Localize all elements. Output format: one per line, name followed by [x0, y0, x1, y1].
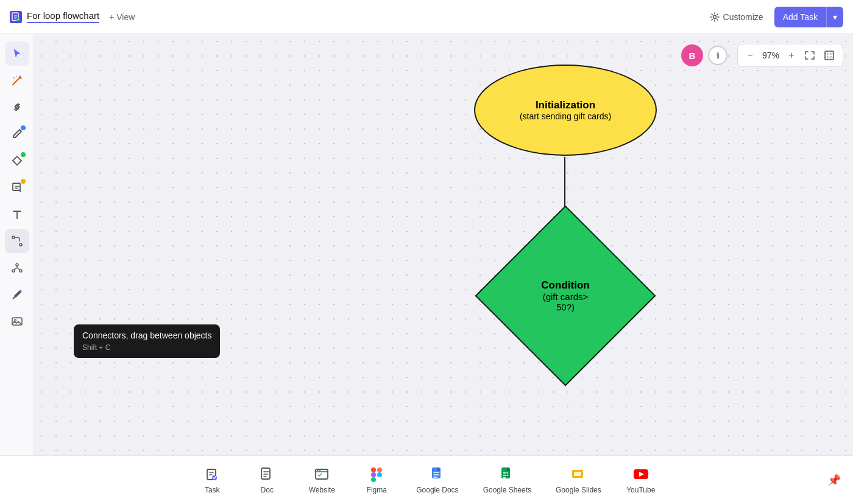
header-left: For loop flowchart + View [10, 10, 140, 24]
svg-point-9 [13, 77, 15, 79]
svg-point-14 [19, 243, 22, 246]
page-title: For loop flowchart [27, 10, 99, 23]
sidebar-item-cursor[interactable] [5, 41, 29, 66]
info-button[interactable]: ℹ [708, 46, 727, 65]
canvas-toolbar: B ℹ − 97% + [681, 44, 843, 67]
note-dot [21, 179, 26, 184]
pin-button[interactable]: 📌 [827, 474, 841, 487]
initialization-title: Initialization [536, 99, 595, 111]
network-icon [11, 262, 23, 274]
task-label: Task [205, 486, 220, 494]
bottom-bar: Task Doc Website [0, 455, 853, 504]
youtube-item[interactable]: YouTube [614, 461, 668, 499]
svg-point-16 [12, 270, 15, 272]
youtube-label: YouTube [626, 486, 655, 494]
sidebar-item-pen[interactable] [5, 122, 29, 146]
google-docs-label: Google Docs [416, 486, 458, 494]
image-icon [11, 315, 23, 327]
sidebar-item-text[interactable] [5, 202, 29, 226]
sidebar-item-network[interactable] [5, 256, 29, 280]
svg-rect-12 [13, 183, 20, 191]
zoom-in-button[interactable]: + [784, 48, 799, 63]
svg-rect-11 [12, 156, 21, 165]
svg-rect-36 [503, 472, 508, 474]
svg-rect-30 [377, 467, 382, 472]
connector-icon [11, 235, 23, 247]
svg-point-18 [19, 290, 21, 292]
fullscreen-button[interactable] [821, 47, 838, 64]
view-button[interactable]: + View [104, 10, 140, 24]
google-docs-icon [429, 466, 446, 483]
google-slides-label: Google Slides [556, 486, 601, 494]
task-icon [204, 466, 221, 483]
condition-shape-wrap[interactable]: Condition (gift cards> 50?) [492, 223, 639, 369]
website-label: Website [309, 486, 335, 494]
ai-icon [11, 289, 23, 301]
link-icon [11, 101, 23, 113]
sidebar-item-magic[interactable] [5, 68, 29, 93]
fit-button[interactable] [801, 47, 818, 64]
google-slides-icon [570, 466, 587, 483]
svg-rect-29 [371, 467, 376, 472]
figma-icon [368, 466, 385, 483]
zoom-controls: − 97% + [737, 44, 843, 67]
sidebar-item-image[interactable] [5, 309, 29, 334]
tooltip-shortcut: Shift + C [82, 342, 211, 353]
svg-rect-25 [261, 468, 270, 479]
sidebar-item-magic2[interactable] [5, 282, 29, 307]
svg-point-28 [319, 470, 320, 471]
connector-tooltip: Connectors, drag between objects Shift +… [74, 324, 220, 358]
figma-item[interactable]: Figma [349, 461, 404, 499]
fullscreen-icon [824, 50, 835, 61]
svg-point-10 [16, 75, 17, 77]
customize-button[interactable]: Customize [704, 9, 770, 26]
initialization-shape[interactable]: Initialization (start sending gift cards… [474, 65, 657, 156]
google-sheets-item[interactable]: Google Sheets [471, 461, 543, 499]
header-right: Customize Add Task ▾ [704, 7, 843, 27]
svg-rect-22 [825, 51, 834, 60]
sidebar [0, 34, 34, 455]
main-content: B ℹ − 97% + [0, 34, 853, 455]
sidebar-item-connector[interactable] [5, 229, 29, 253]
avatar: B [681, 44, 703, 66]
google-docs-item[interactable]: Google Docs [404, 461, 470, 499]
text-icon [11, 208, 23, 220]
google-slides-item[interactable]: Google Slides [543, 461, 614, 499]
sidebar-item-diamond[interactable] [5, 149, 29, 173]
svg-point-8 [19, 75, 21, 77]
sidebar-item-link[interactable] [5, 95, 29, 119]
doc-icon-bottom [258, 466, 275, 483]
svg-rect-41 [574, 472, 581, 476]
doc-item[interactable]: Doc [239, 461, 294, 499]
svg-rect-37 [503, 475, 508, 476]
doc-label: Doc [261, 486, 274, 494]
fit-icon [804, 50, 815, 61]
svg-rect-32 [371, 477, 376, 482]
zoom-level: 97% [760, 51, 782, 60]
magic-icon [11, 74, 23, 86]
google-sheets-label: Google Sheets [483, 486, 531, 494]
zoom-out-button[interactable]: − [743, 48, 757, 63]
header: For loop flowchart + View Customize Add … [0, 0, 853, 34]
add-task-button[interactable]: Add Task ▾ [774, 7, 843, 27]
gear-icon [710, 12, 720, 22]
svg-point-7 [713, 15, 716, 18]
pen-dot [21, 125, 26, 130]
condition-diamond [475, 206, 656, 387]
tooltip-text: Connectors, drag between objects [82, 331, 211, 340]
website-icon [313, 466, 330, 483]
svg-point-19 [12, 298, 14, 299]
initialization-subtitle: (start sending gift cards) [520, 111, 611, 121]
svg-point-21 [14, 320, 16, 321]
canvas[interactable]: B ℹ − 97% + [34, 34, 853, 455]
svg-rect-31 [371, 472, 376, 477]
sidebar-item-note[interactable] [5, 175, 29, 200]
youtube-icon [632, 466, 649, 483]
task-item[interactable]: Task [185, 461, 239, 499]
diamond-dot [21, 152, 26, 157]
cursor-icon [12, 48, 23, 59]
svg-point-17 [19, 270, 22, 272]
google-sheets-icon [498, 466, 515, 483]
website-item[interactable]: Website [294, 461, 349, 499]
doc-icon [10, 11, 22, 23]
